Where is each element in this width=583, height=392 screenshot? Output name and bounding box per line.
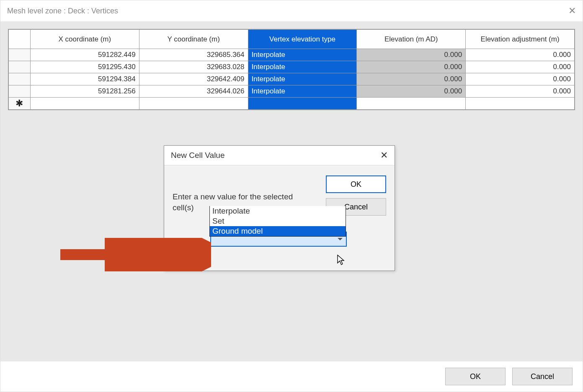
table-header-row: X coordinate (m) Y coordinate (m) Vertex…: [9, 30, 575, 49]
cell-elev[interactable]: [357, 98, 466, 110]
row-selector[interactable]: [9, 49, 31, 61]
mouse-cursor-icon: [337, 255, 346, 266]
cell-adj[interactable]: 0.000: [466, 85, 575, 98]
row-selector[interactable]: [9, 61, 31, 73]
cell-x[interactable]: 591295.430: [30, 61, 139, 73]
cell-type[interactable]: Interpolate: [248, 61, 357, 73]
cell-x[interactable]: 591294.384: [30, 73, 139, 85]
cell-adj[interactable]: 0.000: [466, 73, 575, 85]
cell-adj[interactable]: 0.000: [466, 61, 575, 73]
table-row[interactable]: 591294.384329642.409Interpolate0.0000.00…: [9, 73, 575, 85]
row-selector[interactable]: [9, 73, 31, 85]
cell-x[interactable]: 591282.449: [30, 49, 139, 61]
col-header-x[interactable]: X coordinate (m): [30, 30, 139, 49]
close-icon[interactable]: ✕: [568, 5, 576, 16]
table-row[interactable]: 591281.256329644.026Interpolate0.0000.00…: [9, 85, 575, 98]
col-header-elev[interactable]: Elevation (m AD): [357, 30, 466, 49]
col-header-type[interactable]: Vertex elevation type: [248, 30, 357, 49]
dropdown-option[interactable]: Ground model: [210, 226, 346, 236]
row-header-blank: [9, 30, 31, 49]
ok-button[interactable]: OK: [445, 368, 506, 385]
dialog-close-icon[interactable]: ✕: [380, 150, 388, 161]
cell-x[interactable]: 591281.256: [30, 85, 139, 98]
cell-type[interactable]: Interpolate: [248, 49, 357, 61]
cancel-button[interactable]: Cancel: [512, 368, 573, 385]
cell-elev[interactable]: 0.000: [357, 61, 466, 73]
main-window: Mesh level zone : Deck : Vertices ✕ X co…: [0, 0, 583, 392]
cell-elev[interactable]: 0.000: [357, 49, 466, 61]
window-title: Mesh level zone : Deck : Vertices: [7, 7, 118, 15]
content-area: X coordinate (m) Y coordinate (m) Vertex…: [0, 21, 583, 361]
cell-adj[interactable]: [466, 98, 575, 110]
cell-elev[interactable]: 0.000: [357, 73, 466, 85]
cell-x[interactable]: [30, 98, 139, 110]
vertices-table: X coordinate (m) Y coordinate (m) Vertex…: [8, 29, 575, 110]
dropdown-option[interactable]: Interpolate: [210, 206, 346, 216]
table-row[interactable]: 591295.430329683.028Interpolate0.0000.00…: [9, 61, 575, 73]
value-dropdown-list[interactable]: InterpolateSetGround model: [209, 206, 346, 237]
cell-y[interactable]: 329685.364: [139, 49, 248, 61]
new-row-icon[interactable]: ✱: [9, 98, 31, 110]
dialog-ok-button[interactable]: OK: [326, 175, 386, 193]
annotation-arrow: [60, 238, 211, 271]
cell-adj[interactable]: 0.000: [466, 49, 575, 61]
cell-type[interactable]: [248, 98, 357, 110]
row-selector[interactable]: [9, 85, 31, 98]
cell-y[interactable]: 329644.026: [139, 85, 248, 98]
table-new-row[interactable]: ✱: [9, 98, 575, 110]
dialog-title: New Cell Value: [171, 151, 224, 160]
table-row[interactable]: 591282.449329685.364Interpolate0.0000.00…: [9, 49, 575, 61]
cell-type[interactable]: Interpolate: [248, 85, 357, 98]
dialog-titlebar: New Cell Value ✕: [164, 146, 395, 165]
cell-y[interactable]: [139, 98, 248, 110]
col-header-adj[interactable]: Elevation adjustment (m): [466, 30, 575, 49]
cell-elev[interactable]: 0.000: [357, 85, 466, 98]
cell-y[interactable]: 329642.409: [139, 73, 248, 85]
chevron-down-icon: [338, 238, 343, 240]
cell-y[interactable]: 329683.028: [139, 61, 248, 73]
cell-type[interactable]: Interpolate: [248, 73, 357, 85]
dropdown-option[interactable]: Set: [210, 216, 346, 226]
col-header-y[interactable]: Y coordinate (m): [139, 30, 248, 49]
titlebar: Mesh level zone : Deck : Vertices ✕: [0, 0, 583, 21]
footer: OK Cancel: [0, 361, 583, 392]
